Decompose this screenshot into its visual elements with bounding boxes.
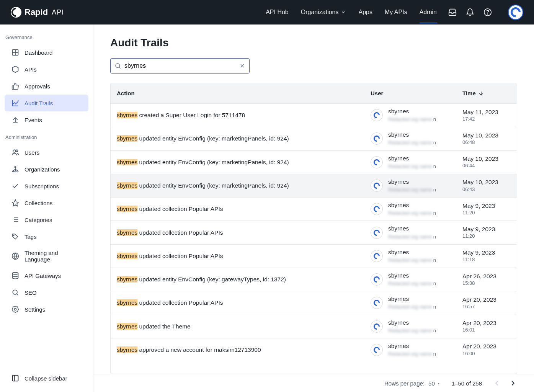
collapse-icon: [11, 374, 19, 382]
table-row[interactable]: sbyrnes approved a new account for maksi…: [111, 338, 517, 361]
logo[interactable]: RapidAPI: [11, 7, 64, 18]
table-row[interactable]: sbyrnes updated entity EnvConfig (key: g…: [111, 268, 517, 291]
user-secondary: Redacted org name: [388, 328, 432, 333]
grid-icon: [11, 49, 19, 56]
user-secondary: Redacted org name: [388, 281, 432, 286]
sidebar-item-apis[interactable]: APIs: [5, 61, 88, 78]
time-date: May 11, 2023: [462, 108, 511, 116]
table-row[interactable]: sbyrnes updated entity EnvConfig (key: m…: [111, 150, 517, 174]
table-row[interactable]: sbyrnes updated collection Popular APIss…: [111, 220, 517, 244]
user-secondary: Redacted org name: [388, 140, 432, 145]
sidebar-item-label: Approvals: [24, 83, 50, 90]
column-header-user[interactable]: User: [371, 90, 462, 96]
prev-page-button[interactable]: [493, 379, 501, 387]
time-cell: May 9, 202311:20: [462, 225, 511, 240]
svg-point-10: [13, 171, 14, 172]
sidebar-item-seo[interactable]: SEO: [5, 284, 88, 301]
time-cell: Apr 20, 202316:57: [462, 296, 511, 310]
next-page-button[interactable]: [509, 379, 517, 387]
nav-api-hub[interactable]: API Hub: [266, 1, 289, 23]
table-row[interactable]: sbyrnes updated entity EnvConfig (key: m…: [111, 127, 517, 150]
time-hour: 11:20: [462, 233, 511, 240]
rows-per-page-select[interactable]: 50: [428, 380, 441, 387]
time-date: May 9, 2023: [462, 202, 511, 210]
time-date: May 10, 2023: [462, 178, 511, 186]
top-header: RapidAPI API HubOrganizationsAppsMy APIs…: [0, 0, 534, 24]
nav-apps[interactable]: Apps: [358, 1, 372, 23]
header-icon-group: [448, 5, 523, 20]
table-row[interactable]: sbyrnes updated collection Popular APIss…: [111, 244, 517, 268]
sidebar-item-label: Dashboard: [24, 49, 52, 56]
gear-icon: [11, 305, 19, 313]
time-hour: 06:44: [462, 163, 511, 169]
svg-marker-30: [12, 306, 19, 313]
user-secondary: Redacted org name: [388, 210, 432, 216]
check-icon: [11, 182, 19, 190]
search-input[interactable]: [124, 62, 239, 69]
avatar[interactable]: [508, 5, 523, 20]
search-box[interactable]: [110, 58, 250, 74]
list-icon: [11, 216, 19, 224]
user-name: sbyrnes: [388, 201, 436, 209]
chevron-down-icon: [436, 381, 441, 385]
help-icon[interactable]: [483, 8, 492, 16]
nav-my-apis[interactable]: My APIs: [385, 1, 407, 23]
time-hour: 15:38: [462, 280, 511, 287]
sidebar-item-subscriptions[interactable]: Subscriptions: [5, 178, 88, 194]
sidebar-item-api-gateways[interactable]: API Gateways: [5, 267, 88, 284]
sidebar-item-collections[interactable]: Collections: [5, 194, 88, 211]
sidebar-item-dashboard[interactable]: Dashboard: [5, 44, 88, 61]
column-header-action[interactable]: Action: [117, 90, 371, 96]
sidebar-item-approvals[interactable]: Approvals: [5, 78, 88, 95]
time-hour: 17:42: [462, 116, 511, 122]
sidebar-item-tags[interactable]: Tags: [5, 228, 88, 245]
sidebar-item-categories[interactable]: Categories: [5, 211, 88, 228]
user-name: sbyrnes: [388, 342, 436, 350]
user-name: sbyrnes: [388, 108, 436, 115]
time-cell: May 10, 202306:44: [462, 155, 511, 169]
user-cell: sbyrnesRedacted org name n: [371, 155, 462, 170]
user-avatar-icon: [371, 156, 383, 168]
table-row[interactable]: sbyrnes updated collection Popular APIss…: [111, 197, 517, 220]
action-cell: sbyrnes updated entity EnvConfig (key: m…: [117, 159, 371, 166]
nav-admin[interactable]: Admin: [420, 1, 437, 23]
sidebar-item-label: Users: [24, 149, 39, 156]
collapse-sidebar-button[interactable]: Collapse sidebar: [5, 369, 88, 387]
audit-table: Action User Time sbyrnes created a Super…: [110, 83, 517, 374]
sidebar-group-governance-label: Governance: [0, 31, 93, 44]
search-icon: [114, 62, 121, 69]
sidebar-item-organizations[interactable]: Organizations: [5, 161, 88, 178]
user-name: sbyrnes: [388, 225, 436, 232]
sidebar-item-audit-trails[interactable]: Audit Trails: [5, 95, 88, 111]
sidebar-item-theming-and-language[interactable]: Theming and Language: [5, 245, 88, 267]
user-secondary: Redacted org name: [388, 187, 432, 193]
time-cell: May 10, 202306:48: [462, 132, 511, 146]
table-row[interactable]: sbyrnes created a Super User Login for 5…: [111, 103, 517, 127]
table-row[interactable]: sbyrnes updated the ThemesbyrnesRedacted…: [111, 315, 517, 338]
sidebar-item-events[interactable]: Events: [5, 111, 88, 128]
svg-point-28: [13, 290, 17, 294]
sidebar-item-users[interactable]: Users: [5, 144, 88, 161]
inbox-icon[interactable]: [448, 8, 457, 16]
logo-text: Rapid: [24, 7, 48, 17]
table-row[interactable]: sbyrnes updated collection Popular APIss…: [111, 291, 517, 314]
user-name: sbyrnes: [388, 131, 436, 139]
nav-organizations[interactable]: Organizations: [301, 1, 346, 23]
svg-point-34: [116, 64, 120, 68]
bell-icon[interactable]: [466, 8, 474, 16]
sidebar-item-settings[interactable]: Settings: [5, 301, 88, 318]
table-row[interactable]: sbyrnes updated entity EnvConfig (key: m…: [111, 174, 517, 197]
time-date: Apr 20, 2023: [462, 319, 511, 327]
svg-point-7: [13, 150, 16, 152]
user-name: sbyrnes: [388, 272, 436, 279]
svg-point-9: [15, 167, 16, 168]
column-header-time[interactable]: Time: [462, 90, 511, 96]
user-secondary: Redacted org name: [388, 304, 432, 310]
time-cell: May 11, 202317:42: [462, 108, 511, 122]
time-date: Apr 20, 2023: [462, 343, 511, 350]
main-content: Audit Trails Action User Time: [93, 24, 534, 392]
user-cell: sbyrnesRedacted org name n: [371, 319, 462, 334]
sort-desc-icon: [478, 90, 484, 96]
user-secondary: Redacted org name: [388, 163, 432, 169]
clear-search-icon[interactable]: [239, 63, 245, 69]
